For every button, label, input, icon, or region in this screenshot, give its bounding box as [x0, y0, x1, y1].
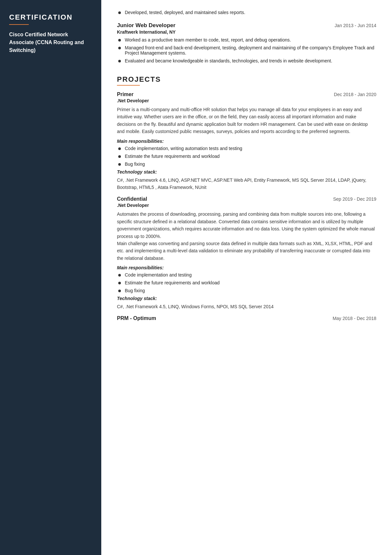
bullet-text: Managed front-end and back-end developme…: [125, 45, 376, 56]
project-role: .Net Developer: [117, 203, 376, 208]
job-date: Jan 2013 - Jun 2014: [335, 23, 376, 28]
project-description: Automates the process of downloading, pr…: [117, 210, 376, 262]
bullet-text: Estimate the future requirements and wor…: [125, 154, 220, 159]
bullet-item: Bug fixing: [118, 161, 376, 167]
certification-name: Cisco Certified Network Associate (CCNA …: [9, 31, 92, 54]
project-title: Confidential: [117, 196, 147, 202]
tech-label: Technology stack:: [117, 169, 376, 175]
certification-heading: CERTIFICATION: [9, 13, 92, 22]
job-junior-web-dev: Junior Web Developer Jan 2013 - Jun 2014…: [117, 22, 376, 63]
project-date: May 2018 - Dec 2018: [333, 316, 376, 321]
bullet-text: Code implementation and testing: [125, 272, 192, 278]
bullet-dot: [118, 47, 121, 49]
bullet-dot: [118, 282, 121, 284]
project-header: PRM - Optimum May 2018 - Dec 2018: [117, 315, 376, 321]
tech-value: C#, .Net Framework 4.5, LINQ, Windows Fo…: [117, 303, 376, 310]
project-date: Dec 2018 - Jan 2020: [334, 92, 376, 97]
bullet-item: Evaluated and became knowledgeable in st…: [118, 58, 376, 63]
project-confidential: Confidential Sep 2019 - Dec 2019 .Net De…: [117, 196, 376, 310]
project-title: PRM - Optimum: [117, 315, 156, 321]
bullet-dot: [118, 11, 121, 14]
bullet-item: Bug fixing: [118, 288, 376, 293]
bullet-dot: [118, 147, 121, 150]
bullet-dot: [118, 39, 121, 42]
project-primer: Primer Dec 2018 - Jan 2020 .Net Develope…: [117, 92, 376, 191]
tech-label: Technology stack:: [117, 296, 376, 301]
bullet-dot: [118, 60, 121, 62]
bullet-text: Evaluated and became knowledgeable in st…: [125, 58, 332, 63]
sidebar: CERTIFICATION Cisco Certified Network As…: [0, 0, 101, 555]
bullet-item: Worked as a productive team member to co…: [118, 37, 376, 42]
responsibilities-list: Code implementation, writing automation …: [118, 146, 376, 167]
projects-heading: PROJECTS: [117, 75, 376, 84]
project-date: Sep 2019 - Dec 2019: [333, 196, 376, 202]
project-header: Confidential Sep 2019 - Dec 2019: [117, 196, 376, 202]
project-header: Primer Dec 2018 - Jan 2020: [117, 92, 376, 97]
responsibilities-label: Main responsibilities:: [117, 139, 376, 144]
responsibilities-list: Code implementation and testing Estimate…: [118, 272, 376, 293]
job-header: Junior Web Developer Jan 2013 - Jun 2014: [117, 22, 376, 29]
bullet-text: Bug fixing: [125, 288, 145, 293]
responsibilities-label: Main responsibilities:: [117, 265, 376, 270]
bullet-dot: [118, 155, 121, 158]
certification-divider: [9, 24, 29, 25]
bullet-item: Developed, tested, deployed, and maintai…: [118, 10, 376, 15]
job-title: Junior Web Developer: [117, 22, 175, 29]
bullet-text: Worked as a productive team member to co…: [125, 37, 291, 42]
tech-value: C#, .Net Framework 4.6, LINQ, ASP.NET MV…: [117, 177, 376, 191]
bullet-text: Estimate the future requirements and wor…: [125, 280, 220, 285]
bullet-item: Code implementation, writing automation …: [118, 146, 376, 151]
project-prm: PRM - Optimum May 2018 - Dec 2018: [117, 315, 376, 321]
intro-bullets: Developed, tested, deployed, and maintai…: [118, 10, 376, 15]
main-content: Developed, tested, deployed, and maintai…: [101, 0, 392, 555]
projects-divider: [117, 85, 140, 86]
page: CERTIFICATION Cisco Certified Network As…: [0, 0, 392, 555]
job-bullets: Worked as a productive team member to co…: [118, 37, 376, 63]
bullet-dot: [118, 290, 121, 292]
bullet-item: Code implementation and testing: [118, 272, 376, 278]
bullet-dot: [118, 163, 121, 166]
bullet-text: Code implementation, writing automation …: [125, 146, 242, 151]
project-title: Primer: [117, 92, 134, 97]
project-role: .Net Developer: [117, 98, 376, 103]
bullet-dot: [118, 274, 121, 277]
bullet-text: Bug fixing: [125, 161, 145, 167]
bullet-item: Estimate the future requirements and wor…: [118, 154, 376, 159]
bullet-item: Managed front-end and back-end developme…: [118, 45, 376, 56]
intro-bullet-text: Developed, tested, deployed, and maintai…: [125, 10, 245, 15]
job-company: Kraftwerk International, NY: [117, 29, 376, 35]
bullet-item: Estimate the future requirements and wor…: [118, 280, 376, 285]
project-description: Primer is a multi-company and multi-offi…: [117, 106, 376, 135]
